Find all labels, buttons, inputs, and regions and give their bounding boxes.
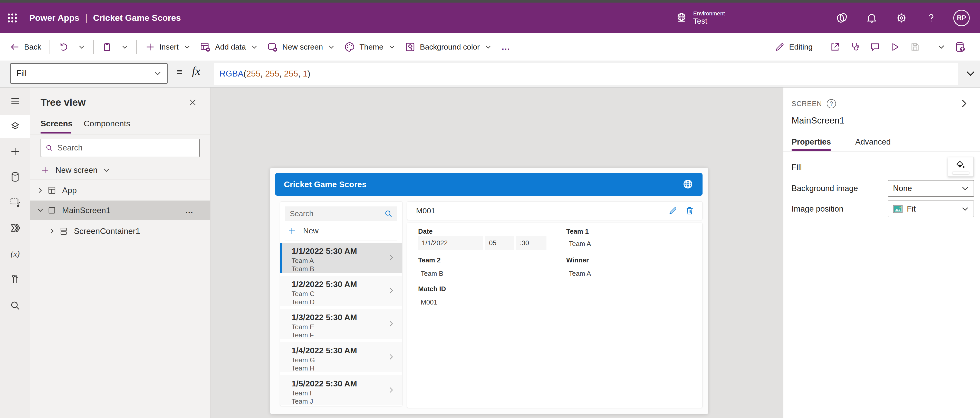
gallery-search-input[interactable] [290, 209, 382, 218]
gallery-search-box[interactable] [285, 206, 397, 221]
help-icon[interactable]: ? [827, 99, 836, 108]
hamburger-menu-icon [10, 96, 21, 107]
help-icon [925, 12, 937, 24]
chevron-down-icon [937, 43, 945, 51]
settings-button[interactable] [894, 10, 909, 26]
background-color-button[interactable]: Background color [400, 38, 496, 56]
save-icon [910, 41, 920, 53]
new-screen-button[interactable]: New screen [262, 38, 339, 56]
chevron-down-icon [965, 68, 976, 79]
minute-input[interactable]: :30 [516, 236, 546, 250]
edit-record-button[interactable] [668, 206, 678, 216]
field-label-team2: Team 2 [418, 256, 441, 264]
rail-media-button[interactable] [0, 191, 30, 214]
gallery-item[interactable]: 1/1/2022 5:30 AM Team A Team B [280, 243, 402, 273]
record-datetime: 1/2/2022 5:30 AM [291, 279, 357, 289]
rail-variables-button[interactable]: (x) [0, 243, 30, 265]
delete-record-button[interactable] [685, 206, 695, 216]
divider [783, 152, 980, 152]
rail-menu-button[interactable] [0, 90, 30, 112]
gallery-item[interactable]: 1/5/2022 5:30 AM Team I Team J [280, 375, 402, 405]
node-menu-button[interactable]: … [185, 206, 194, 215]
chevron-right-icon[interactable] [387, 320, 395, 328]
app-name[interactable]: Cricket Game Scores [93, 13, 181, 23]
chevron-right-icon[interactable] [387, 287, 395, 295]
copilot-button[interactable] [834, 10, 850, 26]
insert-button[interactable]: Insert [140, 38, 195, 56]
comments-button[interactable] [865, 38, 885, 56]
toolbar-overflow-button[interactable]: … [496, 42, 516, 52]
back-arrow-icon [10, 42, 20, 52]
tree-node-screencontainer1[interactable]: ScreenContainer1 [30, 221, 210, 241]
app-screen-preview[interactable]: Cricket Game Scores New [270, 168, 708, 414]
new-record-button[interactable]: New [287, 226, 318, 235]
app-launcher-button[interactable] [0, 3, 25, 33]
save-menu-button[interactable] [933, 38, 950, 56]
save-button[interactable] [905, 38, 925, 56]
chevron-right-icon[interactable] [387, 254, 395, 262]
background-image-dropdown[interactable]: None [888, 180, 974, 197]
tree-node-mainscreen1[interactable]: MainScreen1 … [30, 201, 210, 220]
rail-data-button[interactable] [0, 166, 30, 188]
add-data-button[interactable]: Add data [195, 38, 262, 56]
chevron-down-icon[interactable] [37, 207, 45, 214]
notifications-button[interactable] [864, 10, 880, 26]
chevron-down-icon [485, 44, 492, 50]
property-selector-dropdown[interactable]: Fill [10, 63, 168, 84]
tree-view-close-button[interactable] [188, 98, 197, 107]
gallery-item[interactable]: 1/3/2022 5:30 AM Team E Team F [280, 309, 402, 339]
editing-status-button[interactable]: Editing [770, 38, 817, 56]
tree-search-box[interactable] [41, 139, 200, 157]
rail-advanced-tools-button[interactable] [0, 268, 30, 290]
rail-insert-button[interactable] [0, 140, 30, 163]
rail-tree-view-button[interactable] [0, 115, 30, 138]
theme-button[interactable]: Theme [339, 38, 400, 56]
back-button[interactable]: Back [5, 38, 46, 56]
tab-components[interactable]: Components [84, 119, 130, 128]
app-checker-button[interactable] [845, 38, 865, 56]
share-icon [830, 41, 840, 53]
paste-button[interactable] [97, 38, 117, 56]
tab-properties[interactable]: Properties [792, 137, 831, 147]
search-icon[interactable] [384, 209, 393, 218]
chevron-right-icon[interactable] [49, 228, 56, 235]
tab-screens[interactable]: Screens [41, 119, 73, 128]
help-button[interactable] [924, 10, 939, 26]
equals-sign: = [177, 67, 182, 78]
panel-collapse-button[interactable] [959, 98, 969, 108]
tab-advanced[interactable]: Advanced [855, 137, 891, 147]
preview-play-button[interactable] [885, 38, 905, 56]
gallery-item[interactable]: 1/2/2022 5:30 AM Team C Team D [280, 276, 402, 306]
chevron-right-icon[interactable] [37, 187, 45, 194]
environment-picker[interactable]: Environment Test [675, 10, 725, 26]
chevron-right-icon[interactable] [387, 386, 395, 394]
globe-icon[interactable] [682, 178, 694, 190]
publish-button[interactable] [950, 38, 971, 56]
rail-power-automate-button[interactable] [0, 217, 30, 239]
hour-input[interactable]: 05 [485, 236, 514, 250]
record-team-a: Team G [291, 356, 315, 364]
chevron-right-icon[interactable] [387, 353, 395, 361]
editing-label: Editing [789, 43, 813, 51]
tree-node-app[interactable]: App [30, 180, 210, 200]
rail-search-button[interactable] [0, 294, 30, 317]
undo-menu-button[interactable] [74, 38, 89, 56]
tree-search-input[interactable] [57, 143, 195, 153]
date-input[interactable]: 1/1/2022 [418, 236, 483, 250]
undo-button[interactable] [54, 38, 74, 56]
formula-input[interactable]: RGBA(255, 255, 255, 1) [214, 63, 958, 85]
background-color-label: Background color [420, 43, 480, 51]
paste-menu-button[interactable] [117, 38, 133, 56]
power-automate-icon [10, 222, 21, 234]
tree-new-screen-button[interactable]: New screen [41, 163, 110, 177]
image-position-dropdown[interactable]: Fit [888, 201, 974, 217]
app-title-bar[interactable]: Cricket Game Scores [275, 173, 703, 196]
fill-color-swatch[interactable] [948, 157, 974, 177]
plus-icon [41, 166, 50, 175]
gallery-item[interactable]: 1/4/2022 5:30 AM Team G Team H [280, 342, 402, 372]
formula-bar-expand-button[interactable] [965, 68, 976, 79]
background-image-label: Background image [792, 184, 858, 193]
account-avatar[interactable]: RP [953, 10, 970, 26]
design-canvas[interactable]: Cricket Game Scores New [211, 88, 783, 418]
share-button[interactable] [825, 38, 845, 56]
